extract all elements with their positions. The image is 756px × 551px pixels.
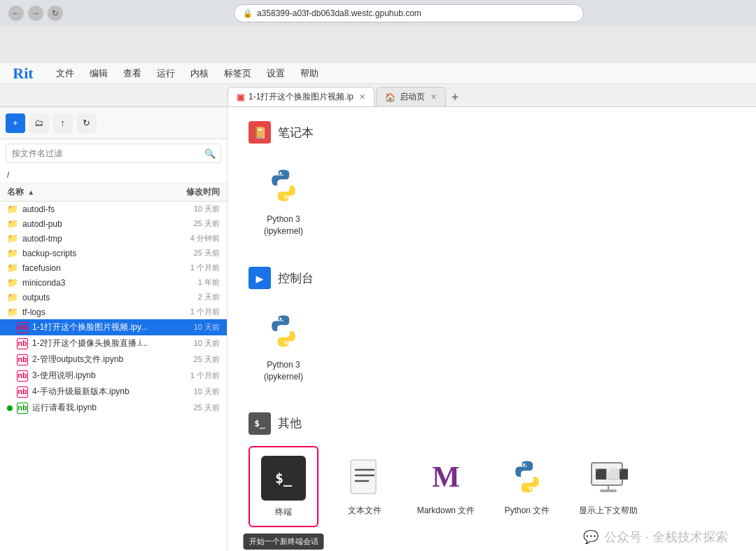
markdown-card[interactable]: M Markdown 文件 — [411, 446, 481, 528]
status-dot-blue — [7, 325, 13, 330]
contextual-help-card[interactable]: ⬛⬜⬛ 显示上下文帮助 — [573, 446, 643, 528]
upload-button[interactable]: ↑ — [53, 113, 73, 133]
back-button[interactable]: ← — [8, 6, 24, 21]
sidebar: + 🗂 ↑ ↻ 🔍 / 名称 — [0, 107, 227, 551]
python3-console-card[interactable]: Python 3(ipykernel) — [248, 300, 318, 391]
search-input[interactable] — [6, 144, 221, 163]
list-item[interactable]: 📁 tf-logs 1 个月前 — [0, 305, 227, 319]
python-file-card[interactable]: Python 文件 — [492, 446, 562, 528]
new-file-button[interactable]: + — [6, 113, 25, 133]
new-tab-button[interactable]: + — [446, 88, 464, 106]
address-bar[interactable]: 🔒 a358399-a03f-db063da8.westc.gpuhub.com — [234, 4, 584, 22]
list-item[interactable]: nb 4-手动升级最新版本.ipynb 10 天前 — [0, 384, 227, 400]
display-svg: ⬛⬜⬛ — [589, 457, 628, 496]
notebook-icon: nb — [17, 322, 28, 333]
list-item[interactable]: nb 2-管理outputs文件.ipynb 25 天前 — [0, 351, 227, 368]
watermark: 💬 公众号 · 全栈技术探索 — [583, 529, 728, 545]
browser-titlebar: ← → ↻ 🔒 a358399-a03f-db063da8.westc.gpuh… — [0, 0, 756, 27]
list-item[interactable]: nb 1-2打开这个摄像头换脸直播.i... 10 天前 — [0, 335, 227, 351]
list-item[interactable]: 📁 backup-scripts 25 天前 — [0, 246, 227, 260]
menu-view[interactable]: 查看 — [116, 64, 148, 83]
text-file-icon — [345, 457, 384, 496]
other-section-icon: $_ — [248, 412, 271, 435]
notebook-icon: nb — [17, 354, 28, 365]
python3-kernel-label: Python 3(ipykernel) — [264, 214, 303, 237]
menu-run[interactable]: 运行 — [150, 64, 182, 83]
refresh-button[interactable]: ↻ — [48, 6, 63, 21]
markdown-icon-box: M — [424, 454, 468, 499]
sidebar-toolbar: + 🗂 ↑ ↻ — [0, 107, 227, 139]
forward-button[interactable]: → — [28, 6, 43, 21]
menu-kernel[interactable]: 内核 — [183, 64, 216, 83]
folder-icon: 📁 — [7, 233, 18, 244]
col-name: 名称 ▲ — [7, 186, 164, 198]
tab-home-close[interactable]: ✕ — [430, 92, 437, 102]
menu-help[interactable]: 帮助 — [293, 64, 326, 83]
folder-button[interactable]: 🗂 — [29, 113, 49, 133]
list-item[interactable]: 📁 autodl-tmp 4 分钟前 — [0, 231, 227, 246]
notebook-card-grid: Python 3(ipykernel) — [248, 155, 735, 246]
search-box: 🔍 — [6, 144, 221, 163]
notebook-icon: nb — [17, 370, 28, 382]
python3-kernel-card[interactable]: Python 3(ipykernel) — [248, 155, 318, 246]
section-other-title: 其他 — [278, 415, 302, 431]
text-file-card[interactable]: 文本文件 — [330, 446, 400, 528]
nav-buttons: ← → ↻ — [8, 6, 63, 21]
list-item[interactable]: nb 运行请看我.ipynb 25 天前 — [0, 400, 227, 416]
terminal-tooltip: 开始一个新终端会话 — [244, 533, 324, 550]
contextual-help-label: 显示上下文帮助 — [579, 505, 638, 517]
menu-bar: Rit 文件 编辑 查看 运行 内核 标签页 设置 帮助 — [0, 63, 756, 84]
list-item[interactable]: 📁 autodl-pub 25 天前 — [0, 216, 227, 231]
terminal-card-wrapper: $_ 终端 开始一个新终端会话 — [248, 446, 318, 528]
console-section-icon: ▶ — [248, 267, 271, 289]
terminal-icon: $_ — [261, 456, 306, 501]
folder-icon: 📁 — [7, 277, 18, 288]
menu-tabs[interactable]: 标签页 — [217, 64, 258, 83]
svg-rect-6 — [600, 489, 617, 492]
search-icon: 🔍 — [204, 148, 216, 159]
tab-notebook-label: 1-1打开这个换脸图片视频.ip — [248, 91, 354, 103]
list-item[interactable]: 📁 miniconda3 1 年前 — [0, 275, 227, 290]
markdown-label: Markdown 文件 — [417, 505, 475, 517]
list-item[interactable]: nb 3-使用说明.ipynb 1 个月前 — [0, 368, 227, 384]
menu-edit[interactable]: 编辑 — [83, 64, 115, 83]
list-item-selected[interactable]: nb 1-1打开这个换脸图片视频.ipy... 10 天前 — [0, 319, 227, 335]
tabs-bar: ▣ 1-1打开这个换脸图片视频.ip ✕ 🏠 启动页 ✕ + — [0, 84, 756, 107]
path-bar: / — [0, 167, 227, 183]
tab-notebook-close[interactable]: ✕ — [359, 92, 365, 102]
folder-icon: 🗂 — [34, 118, 43, 128]
col-time: 修改时间 — [164, 186, 220, 198]
text-file-icon-box — [342, 454, 387, 499]
text-icon-svg — [346, 459, 383, 495]
python-svg — [264, 166, 303, 205]
folder-icon: 📁 — [7, 248, 18, 258]
main-layout: + 🗂 ↑ ↻ 🔍 / 名称 — [0, 107, 756, 551]
list-item[interactable]: 📁 outputs 2 天前 — [0, 290, 227, 305]
display-icon: ⬛⬜⬛ — [589, 457, 628, 496]
display-icon-box: ⬛⬜⬛ — [586, 454, 631, 499]
section-console-header: ▶ 控制台 — [248, 267, 735, 289]
notebook-section-icon: 📔 — [248, 121, 271, 144]
list-item[interactable]: 📁 autodl-fs 10 天前 — [0, 202, 227, 216]
folder-icon: 📁 — [7, 218, 18, 229]
python3-console-label: Python 3(ipykernel) — [264, 359, 303, 383]
menu-settings[interactable]: 设置 — [260, 64, 292, 83]
tab-notebook[interactable]: ▣ 1-1打开这个换脸图片视频.ip ✕ — [227, 87, 374, 106]
notebook-icon: nb — [17, 338, 28, 349]
terminal-label: 终端 — [275, 506, 292, 518]
folder-icon: 📁 — [7, 292, 18, 302]
python3-console-icon — [261, 309, 306, 354]
tab-home[interactable]: 🏠 启动页 ✕ — [376, 87, 446, 106]
address-text: a358399-a03f-db063da8.westc.gpuhub.com — [257, 8, 421, 18]
terminal-card[interactable]: $_ 终端 — [248, 446, 318, 528]
tab-home-label: 启动页 — [400, 91, 425, 103]
section-console-title: 控制台 — [278, 270, 314, 286]
upload-icon: ↑ — [60, 118, 65, 128]
refresh-sidebar-button[interactable]: ↻ — [77, 113, 97, 133]
section-notebook-header: 📔 笔记本 — [248, 121, 735, 144]
tab-nb-icon: ▣ — [237, 92, 244, 102]
list-item[interactable]: 📁 facefusion 1 个月前 — [0, 260, 227, 275]
folder-icon: 📁 — [7, 307, 18, 317]
watermark-text: 公众号 · 全栈技术探索 — [604, 529, 728, 545]
menu-file[interactable]: 文件 — [49, 64, 81, 83]
